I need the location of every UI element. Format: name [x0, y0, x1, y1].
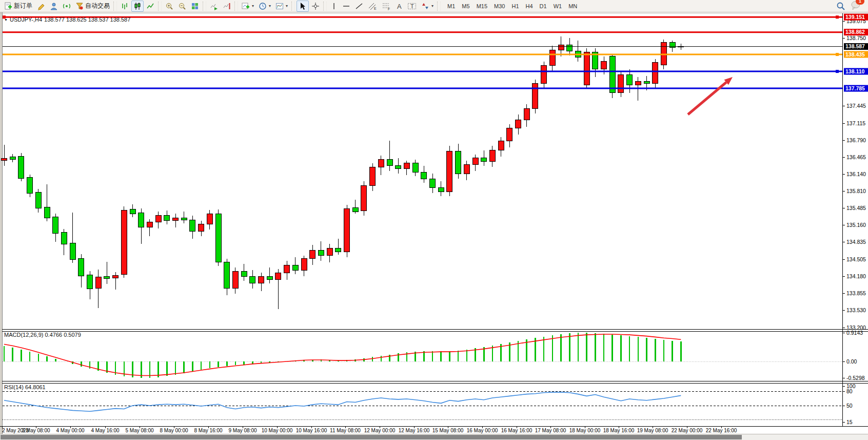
svg-text:0.9143: 0.9143 [846, 330, 863, 336]
chart-canvas[interactable]: 139.075138.750137.445137.115136.790136.4… [0, 0, 868, 434]
svg-text:134.505: 134.505 [846, 256, 866, 262]
svg-text:134.835: 134.835 [846, 239, 866, 245]
macd-name: MACD(12,26,9) [4, 332, 43, 338]
line-handle[interactable] [836, 15, 839, 18]
rsi-value: 64.8061 [25, 384, 46, 390]
svg-text:18 May 16:00: 18 May 16:00 [603, 428, 635, 433]
chart-title-symbol: USDJPY-,H4 [10, 16, 42, 23]
svg-text:3 May 08:00: 3 May 08:00 [22, 428, 50, 433]
svg-text:136.140: 136.140 [846, 171, 866, 177]
chart-title: ▼ USDJPY-,H4 138.577 138.625 138.537 138… [4, 16, 130, 23]
svg-text:5 May 08:00: 5 May 08:00 [125, 428, 153, 433]
macd-pane: 0.91430.00-0.5298 [3, 330, 865, 381]
svg-text:8 May 16:00: 8 May 16:00 [194, 428, 222, 433]
svg-text:137.445: 137.445 [846, 103, 866, 109]
svg-text:12 May 00:00: 12 May 00:00 [364, 428, 396, 433]
svg-text:138.587: 138.587 [845, 43, 865, 49]
symbol-dropdown-icon[interactable]: ▼ [4, 18, 8, 22]
svg-text:138.750: 138.750 [846, 35, 866, 41]
svg-text:50: 50 [846, 403, 853, 409]
svg-text:10 May 16:00: 10 May 16:00 [296, 428, 327, 433]
svg-text:135.485: 135.485 [846, 205, 866, 211]
svg-text:4 May 16:00: 4 May 16:00 [91, 428, 119, 433]
svg-text:80: 80 [846, 388, 853, 394]
svg-text:4 May 00:00: 4 May 00:00 [56, 428, 84, 433]
svg-text:135.160: 135.160 [846, 222, 866, 228]
svg-text:-0.5298: -0.5298 [846, 375, 865, 381]
level-lines[interactable] [3, 15, 842, 88]
line-handle[interactable] [836, 53, 839, 56]
rsi-label: RSI(14) 64.8061 [4, 384, 46, 390]
trend-arrow[interactable] [688, 77, 733, 114]
svg-text:137.785: 137.785 [845, 85, 865, 91]
rsi-pane: 100805015 [3, 383, 856, 425]
svg-text:137.115: 137.115 [846, 120, 865, 126]
scrollbar-thumb[interactable] [1, 435, 742, 439]
candlesticks [2, 36, 684, 309]
svg-text:12 May 16:00: 12 May 16:00 [399, 428, 430, 433]
svg-text:22 May 16:00: 22 May 16:00 [706, 428, 737, 433]
svg-text:134.180: 134.180 [846, 273, 866, 279]
svg-text:133.855: 133.855 [846, 290, 866, 296]
macd-label: MACD(12,26,9) 0.4766 0.5079 [4, 332, 81, 338]
rsi-name: RSI(14) [4, 384, 24, 390]
svg-text:139.151: 139.151 [845, 14, 865, 20]
svg-text:138.110: 138.110 [845, 68, 865, 74]
macd-values: 0.4766 0.5079 [45, 332, 81, 338]
price-axis: 139.075138.750137.445137.115136.790136.4… [842, 14, 868, 331]
svg-text:9 May 08:00: 9 May 08:00 [228, 428, 257, 433]
line-handle[interactable] [836, 70, 839, 73]
svg-text:11 May 08:00: 11 May 08:00 [330, 428, 361, 433]
svg-text:18 May 00:00: 18 May 00:00 [569, 428, 601, 433]
svg-text:138.862: 138.862 [845, 29, 865, 35]
svg-text:8 May 00:00: 8 May 00:00 [160, 428, 188, 433]
svg-text:136.465: 136.465 [846, 154, 866, 160]
time-axis: 2 May 20233 May 08:004 May 00:004 May 16… [2, 427, 737, 433]
mt4-window: 新订单 自动交易 [0, 0, 868, 440]
svg-text:15 May 08:00: 15 May 08:00 [432, 428, 464, 433]
svg-text:135.810: 135.810 [846, 188, 866, 194]
chart-title-ohlc: 138.577 138.625 138.537 138.587 [44, 16, 130, 23]
horizontal-scrollbar[interactable] [0, 434, 868, 440]
svg-text:16 May 16:00: 16 May 16:00 [501, 428, 532, 433]
svg-text:138.435: 138.435 [845, 51, 865, 58]
svg-text:0.00: 0.00 [846, 358, 857, 365]
svg-text:10 May 00:00: 10 May 00:00 [262, 428, 293, 433]
svg-text:19 May 08:00: 19 May 08:00 [637, 428, 668, 433]
svg-text:16 May 00:00: 16 May 00:00 [467, 428, 498, 433]
svg-text:133.530: 133.530 [846, 307, 866, 313]
svg-text:17 May 08:00: 17 May 08:00 [535, 428, 566, 433]
svg-text:15: 15 [846, 419, 853, 425]
svg-text:136.790: 136.790 [846, 137, 866, 143]
svg-text:22 May 00:00: 22 May 00:00 [672, 428, 703, 433]
